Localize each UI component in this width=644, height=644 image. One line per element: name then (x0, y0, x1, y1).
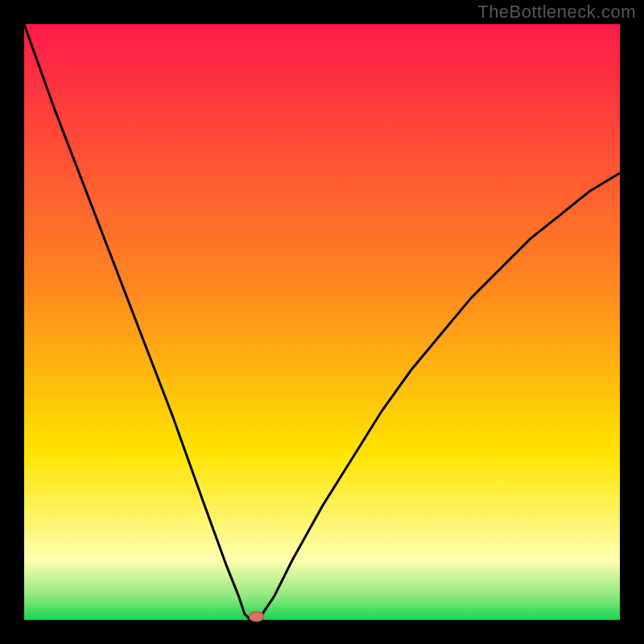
bottleneck-curve (24, 24, 620, 620)
plot-area (24, 24, 620, 620)
watermark-text: TheBottleneck.com (477, 2, 636, 23)
curve-path (24, 24, 620, 620)
notch-marker (250, 612, 264, 621)
chart-stage: TheBottleneck.com (0, 0, 644, 644)
